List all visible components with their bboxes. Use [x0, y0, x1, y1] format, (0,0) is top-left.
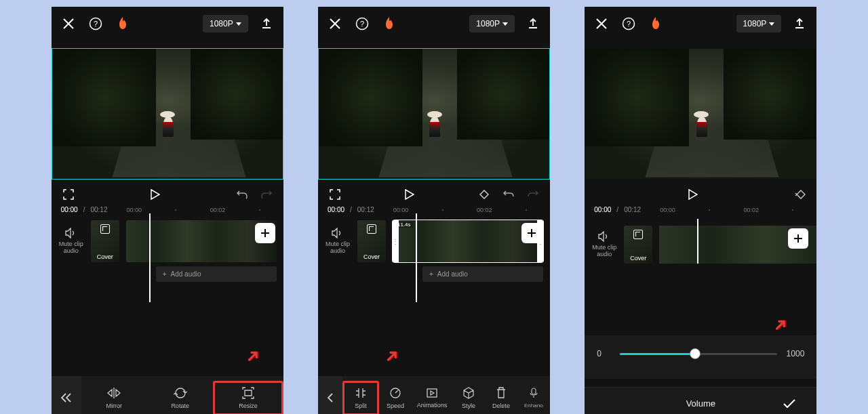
help-icon[interactable]: ?: [621, 16, 636, 31]
video-preview[interactable]: [52, 49, 283, 179]
back-button[interactable]: [318, 376, 342, 414]
time-current: 00:00: [328, 206, 344, 213]
volume-min: 0: [597, 349, 610, 358]
cover-thumb[interactable]: Cover: [91, 220, 119, 262]
cover-thumb[interactable]: Cover: [624, 226, 652, 264]
resize-tool[interactable]: Resize: [213, 381, 283, 415]
mute-clip-button[interactable]: Mute clip audio: [58, 228, 84, 255]
time-display: 00:00/ 00:12 00:00 00:02: [318, 206, 550, 213]
playhead[interactable]: [697, 219, 698, 264]
time-mark: 00:02: [210, 207, 226, 213]
export-icon[interactable]: [792, 16, 807, 31]
clip-handle-left[interactable]: ⋮: [392, 220, 399, 262]
top-bar: ? 1080P: [52, 7, 283, 41]
style-tool[interactable]: Style: [452, 381, 485, 415]
mute-clip-button[interactable]: Mute clip audio: [591, 231, 617, 258]
keyframe-icon[interactable]: [477, 187, 492, 202]
arrow-annotation: ➜: [379, 344, 404, 369]
time-total: 00:12: [90, 206, 107, 213]
resolution-label: 1080P: [476, 19, 500, 28]
top-bar: ? 1080P: [318, 7, 550, 41]
undo-icon[interactable]: [501, 187, 516, 202]
add-audio-label: Add audio: [171, 270, 201, 278]
export-icon[interactable]: [526, 16, 540, 31]
cover-label: Cover: [363, 253, 380, 260]
arrow-annotation: ➜: [768, 312, 793, 337]
keyframe-add-icon[interactable]: [792, 187, 807, 202]
add-audio-button[interactable]: +Add audio: [422, 266, 543, 282]
tool-label: Animations: [417, 402, 448, 409]
add-audio-label: Add audio: [437, 270, 468, 278]
phone-1: ? 1080P: [52, 7, 283, 414]
add-audio-button[interactable]: +Add audio: [156, 266, 277, 282]
export-icon[interactable]: [259, 16, 274, 31]
resolution-button[interactable]: 1080P: [203, 15, 248, 33]
split-tool[interactable]: Split: [342, 381, 379, 415]
svg-text:?: ?: [360, 20, 364, 28]
flame-icon[interactable]: [115, 16, 130, 31]
resolution-button[interactable]: 1080P: [469, 15, 515, 33]
timeline-area: Mute clip audio Cover 11.4s ⋮ ⋮ +Add aud…: [318, 213, 550, 282]
collapse-button[interactable]: [52, 376, 81, 414]
play-icon[interactable]: [686, 187, 701, 202]
play-icon[interactable]: [148, 187, 163, 202]
add-clip-button[interactable]: [521, 223, 542, 243]
playback-controls: [52, 179, 283, 206]
time-mark: 00:02: [743, 207, 759, 213]
help-icon[interactable]: ?: [88, 16, 103, 31]
tool-label: Mirror: [106, 402, 123, 409]
time-mark: 00:00: [393, 207, 409, 213]
volume-footer: Volume: [585, 387, 816, 414]
time-total: 00:12: [357, 206, 374, 213]
animations-tool[interactable]: Animations: [412, 381, 452, 415]
timeline-area: Mute clip audio Cover: [585, 219, 816, 264]
time-current: 00:00: [61, 206, 78, 213]
fullscreen-icon[interactable]: [61, 187, 76, 202]
undo-icon[interactable]: [235, 187, 250, 202]
svg-text:?: ?: [94, 20, 98, 28]
delete-tool[interactable]: Delete: [485, 381, 517, 415]
playhead[interactable]: [416, 213, 417, 302]
chevron-down-icon: [769, 22, 774, 26]
close-icon[interactable]: [594, 16, 609, 31]
phone-3: ? 1080P 00:00/ 00:12 00:00 00:02: [585, 7, 816, 414]
confirm-button[interactable]: [783, 399, 816, 409]
mute-clip-button[interactable]: Mute clip audio: [325, 228, 351, 255]
volume-slider[interactable]: [620, 353, 776, 355]
close-icon[interactable]: [328, 16, 342, 31]
volume-max: 1000: [787, 349, 805, 358]
play-icon[interactable]: [402, 187, 417, 202]
add-clip-button[interactable]: [255, 223, 275, 243]
add-clip-button[interactable]: [788, 228, 808, 249]
close-icon[interactable]: [61, 16, 76, 31]
tool-label: Enhance voice: [524, 402, 543, 409]
cover-thumb[interactable]: Cover: [357, 220, 386, 262]
resolution-button[interactable]: 1080P: [736, 15, 782, 33]
flame-icon[interactable]: [648, 16, 663, 31]
resolution-label: 1080P: [743, 19, 767, 28]
volume-title: Volume: [618, 398, 783, 409]
help-icon[interactable]: ?: [355, 16, 370, 31]
fullscreen-icon[interactable]: [328, 187, 342, 202]
svg-text:?: ?: [627, 20, 631, 28]
rotate-tool[interactable]: Rotate: [147, 381, 213, 415]
mirror-tool[interactable]: Mirror: [81, 381, 147, 415]
tool-label: Resize: [239, 402, 258, 409]
video-preview[interactable]: [319, 49, 549, 179]
chevron-down-icon: [502, 22, 508, 26]
slider-thumb[interactable]: [690, 348, 701, 359]
speed-tool[interactable]: Speed: [379, 381, 412, 415]
mute-label: Mute clip audio: [591, 245, 617, 258]
time-current: 00:00: [594, 206, 611, 213]
playhead[interactable]: [149, 213, 151, 302]
time-display: 00:00 / 00:12 00:00 00:02: [52, 206, 283, 213]
flame-icon[interactable]: [382, 16, 397, 31]
bottom-toolbar: Split Speed Animations Style Delete Enha…: [318, 376, 550, 414]
time-display: 00:00/ 00:12 00:00 00:02: [585, 206, 816, 213]
video-preview[interactable]: [585, 49, 816, 179]
redo-icon[interactable]: [526, 187, 540, 202]
chevron-down-icon: [236, 22, 241, 26]
enhance-tool[interactable]: Enhance voice: [517, 381, 550, 415]
time-total: 00:12: [624, 206, 641, 213]
redo-icon[interactable]: [259, 187, 274, 202]
